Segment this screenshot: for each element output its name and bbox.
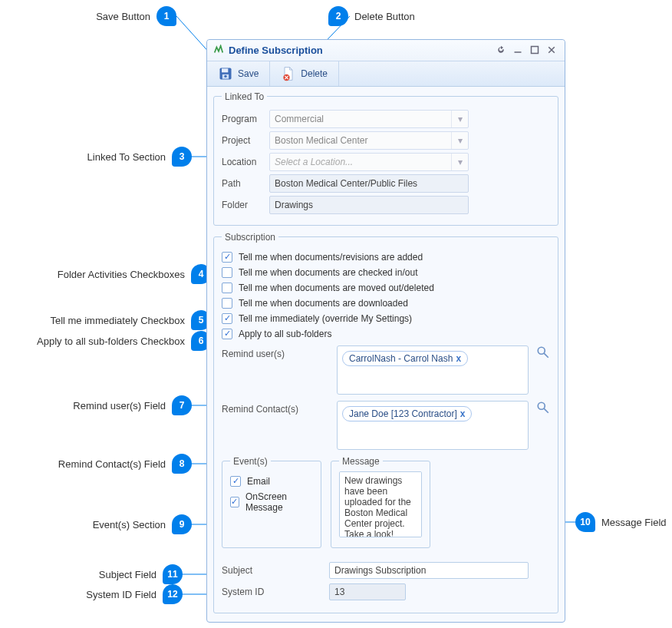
dialog-window: Define Subscription Save Delete Linked T… (206, 39, 565, 623)
callout-12: System ID Field12 (15, 584, 183, 604)
location-select[interactable]: Select a Location...▾ (269, 153, 469, 171)
callout-label: Apply to all sub-folders Checkbox (37, 335, 185, 347)
callout-marker: 8 (172, 454, 192, 474)
callout-label: Event(s) Section (93, 519, 166, 530)
save-button[interactable]: Save (207, 61, 270, 86)
location-label: Location (222, 157, 269, 167)
checkbox-immediate[interactable] (222, 313, 232, 324)
callout-marker: 11 (163, 564, 183, 584)
callout-label: Tell me immediately Checkbox (50, 315, 185, 326)
project-value: Boston Medical Center (275, 135, 367, 146)
toolbar: Save Delete (207, 61, 565, 87)
chevron-down-icon: ▾ (451, 132, 468, 149)
project-select[interactable]: Boston Medical Center▾ (269, 131, 469, 150)
checkbox-label: Tell me when documents/revisions are add… (239, 252, 423, 263)
events-legend: Event(s) (230, 456, 271, 467)
maximize-icon[interactable] (528, 44, 542, 56)
systemid-label: System ID (222, 587, 329, 597)
callout-6: Apply to all sub-folders Checkbox6 (0, 331, 211, 351)
token-text: Jane Doe [123 Contractor] (349, 408, 457, 419)
svg-point-19 (538, 347, 545, 354)
subject-label: Subject (222, 565, 329, 576)
titlebar[interactable]: Define Subscription (207, 40, 565, 61)
events-section: Event(s) Email OnScreen Message (222, 456, 321, 548)
callout-marker: 7 (172, 395, 192, 415)
save-icon (218, 66, 233, 81)
callout-4: Folder Activities Checkboxes4 (15, 264, 211, 284)
location-placeholder: Select a Location... (275, 157, 353, 167)
checkbox-label: Tell me when documents are downloaded (239, 298, 408, 309)
callout-label: Remind user(s) Field (73, 400, 166, 412)
path-value: Boston Medical Center/Public Files (275, 178, 417, 189)
checkbox-moved[interactable] (222, 283, 232, 293)
checkbox-label: Email (247, 476, 270, 487)
search-users-icon[interactable] (536, 345, 550, 359)
callout-2: Delete Button2 (328, 6, 415, 26)
checkbox-label: Tell me when documents are checked in/ou… (239, 267, 417, 278)
subject-field[interactable]: Drawings Subscription (329, 562, 529, 579)
program-label: Program (222, 114, 269, 124)
folder-value: Drawings (275, 200, 313, 210)
contact-token[interactable]: Jane Doe [123 Contractor]x (342, 406, 472, 421)
callout-label: Save Button (96, 11, 150, 22)
project-label: Project (222, 135, 269, 146)
refresh-icon[interactable] (494, 44, 508, 56)
remove-token-icon[interactable]: x (460, 408, 466, 419)
subject-value: Drawings Subscription (334, 565, 426, 576)
svg-rect-13 (532, 47, 539, 54)
user-token[interactable]: CarrolNash - Carrol Nashx (342, 351, 468, 366)
callout-label: Folder Activities Checkboxes (58, 269, 185, 280)
subscription-legend: Subscription (222, 232, 278, 243)
remind-users-field[interactable]: CarrolNash - Carrol Nashx (337, 345, 529, 395)
callout-11: Subject Field11 (15, 564, 183, 584)
search-contacts-icon[interactable] (536, 401, 550, 415)
callout-8: Remind Contact(s) Field8 (15, 454, 192, 474)
systemid-value: 13 (334, 587, 344, 597)
checkbox-email[interactable] (230, 476, 241, 487)
folder-field: Drawings (269, 196, 469, 214)
minimize-icon[interactable] (511, 44, 525, 56)
content-area: Linked To Program Commercial▾ Project Bo… (207, 87, 565, 622)
callout-label: Subject Field (99, 569, 156, 580)
path-field: Boston Medical Center/Public Files (269, 174, 469, 193)
checkbox-label: Apply to all sub-folders (239, 329, 331, 339)
checkbox-inout[interactable] (222, 267, 232, 278)
svg-line-20 (544, 353, 548, 358)
systemid-field: 13 (329, 583, 406, 600)
checkbox-label: Tell me immediately (override My Setting… (239, 313, 412, 324)
path-label: Path (222, 178, 269, 189)
save-label: Save (238, 68, 259, 79)
remove-token-icon[interactable]: x (456, 353, 461, 364)
callout-marker: 10 (575, 512, 595, 532)
linked-to-legend: Linked To (222, 91, 267, 102)
checkbox-added[interactable] (222, 252, 232, 263)
delete-icon (281, 66, 296, 81)
callout-10: Message Field10 (575, 512, 667, 532)
checkbox-onscreen[interactable] (230, 497, 239, 507)
checkbox-label: OnScreen Message (245, 491, 313, 513)
chevron-down-icon: ▾ (451, 154, 468, 170)
svg-rect-12 (515, 52, 522, 54)
checkbox-downloaded[interactable] (222, 298, 232, 309)
svg-point-17 (224, 74, 226, 77)
callout-marker: 9 (172, 514, 192, 534)
remind-contacts-field[interactable]: Jane Doe [123 Contractor]x (337, 401, 529, 450)
callout-label: Delete Button (354, 11, 415, 22)
folder-label: Folder (222, 200, 269, 210)
subscription-section: Subscription Tell me when documents/revi… (213, 232, 558, 613)
svg-point-21 (538, 402, 545, 409)
callout-marker: 3 (172, 147, 192, 167)
delete-button[interactable]: Delete (270, 61, 339, 86)
callout-1: Save Button1 (77, 6, 176, 26)
checkbox-subfolders[interactable] (222, 329, 232, 339)
program-value: Commercial (275, 114, 324, 124)
message-textarea[interactable] (339, 471, 422, 537)
callout-5: Tell me immediately Checkbox5 (15, 310, 211, 330)
callout-label: Linked To Section (87, 151, 166, 163)
message-legend: Message (339, 456, 383, 467)
program-select[interactable]: Commercial▾ (269, 110, 469, 128)
remind-users-label: Remind user(s) (222, 345, 329, 359)
remind-contacts-label: Remind Contact(s) (222, 401, 329, 415)
close-icon[interactable] (545, 44, 558, 56)
callout-marker: 12 (163, 584, 183, 604)
